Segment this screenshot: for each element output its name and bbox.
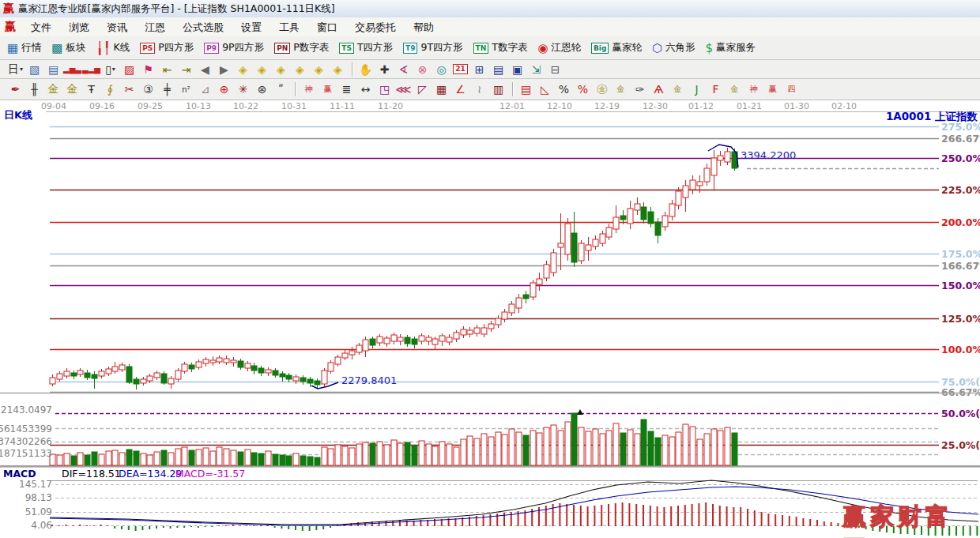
circle-3-icon[interactable]: ③	[139, 82, 157, 97]
volume-bar	[175, 449, 181, 465]
ink-brush-icon[interactable]: ✑	[631, 82, 649, 97]
prev-page-icon[interactable]: ◀	[196, 62, 214, 77]
j-angle-icon[interactable]: J	[688, 82, 706, 97]
menu-item-0[interactable]: 文件	[22, 18, 60, 36]
export-icon[interactable]: ⇲	[527, 62, 545, 77]
menu-item-2[interactable]: 资讯	[98, 18, 136, 36]
gann-wheel-button[interactable]: ◉江恩轮	[535, 40, 583, 56]
shen-grid-icon[interactable]: 神	[300, 82, 318, 97]
notes-icon[interactable]: ▤	[489, 62, 507, 77]
kline-button[interactable]: ╽╿K线	[93, 40, 132, 56]
gold-mark-icon[interactable]: 金	[669, 82, 687, 97]
formula-box-icon[interactable]: ▨	[120, 62, 138, 77]
price-grid-icon[interactable]: ╫	[25, 82, 43, 97]
gold-split-1-icon[interactable]: 金	[44, 82, 62, 97]
region-zoom-icon[interactable]: ▧	[25, 62, 43, 77]
info-panel-icon[interactable]: ▤	[44, 62, 62, 77]
f-tool-icon[interactable]: Ŧ	[82, 82, 100, 97]
expand-left-icon[interactable]: ◈	[234, 62, 252, 77]
print-icon[interactable]: ⊟	[546, 62, 564, 77]
macd-panel-title: MACD	[3, 468, 36, 480]
calculator-icon[interactable]: ⊞	[470, 62, 488, 77]
title-bar[interactable]: 赢 赢家江恩专业版[赢家内部服务平台] - [上证指数 SH1A0001-111…	[0, 0, 980, 18]
knife-icon[interactable]: ✂	[120, 82, 138, 97]
bars-3-icon[interactable]: ▂▅▃	[63, 62, 81, 77]
t-square-button[interactable]: TST四方形	[337, 40, 395, 56]
quotes-button[interactable]: ▦行情	[5, 40, 43, 56]
9t-square-button[interactable]: T99T四方形	[401, 40, 466, 56]
angle-measure-icon[interactable]: ∢	[394, 62, 413, 77]
sectors-button[interactable]: ▩板块	[49, 40, 88, 56]
pen-tool-icon[interactable]: ✒	[6, 82, 24, 97]
percent-triangle-icon[interactable]: ◺	[536, 82, 554, 97]
percent-icon[interactable]: %	[555, 82, 573, 97]
candle-body	[551, 253, 556, 273]
magnet-tool-icon[interactable]: ⊗	[413, 62, 432, 77]
p-square-button[interactable]: PSP四方形	[138, 40, 196, 56]
period-selector-icon[interactable]: 日▾	[6, 62, 24, 77]
compass-icon[interactable]: ⊕	[215, 82, 233, 97]
first-page-icon[interactable]: ⇤	[158, 62, 176, 77]
volume-bar	[419, 441, 424, 465]
f-angle-icon[interactable]: F	[707, 82, 725, 97]
9p-square-button[interactable]: P99P四方形	[202, 40, 266, 56]
target-icon[interactable]: ✳	[234, 82, 252, 97]
ying-angle-icon[interactable]: 赢	[763, 82, 782, 97]
menu-item-1[interactable]: 浏览	[60, 18, 98, 36]
angle-line-icon[interactable]: ∠	[451, 82, 469, 97]
red-grid-icon[interactable]: ▥	[489, 82, 507, 97]
gold-angle-icon[interactable]: 金	[726, 82, 744, 97]
menu-item-7[interactable]: 窗口	[308, 18, 346, 36]
width-measure-icon[interactable]: ↔	[356, 82, 375, 97]
save-icon[interactable]: ▣	[508, 62, 526, 77]
n-squared-icon[interactable]: n²	[177, 82, 195, 97]
compress-vertical-icon[interactable]: ◈	[310, 62, 328, 77]
percent-line-icon[interactable]: %	[574, 82, 592, 97]
gold-circle-icon[interactable]: ㊎	[593, 82, 611, 97]
menu-item-8[interactable]: 交易委托	[346, 18, 405, 36]
expand-all-icon[interactable]: ◈	[329, 62, 347, 77]
wave-line-icon[interactable]: ≀	[470, 82, 488, 97]
ruler-123-icon[interactable]: ≣	[337, 82, 356, 97]
hexagon-button[interactable]: ⬡六角形	[650, 40, 698, 56]
color-flag-icon[interactable]: ⚑	[139, 62, 157, 77]
winner-service-button[interactable]: $赢家服务	[703, 40, 758, 56]
drag-hand-icon[interactable]: ✋	[356, 62, 375, 77]
menu-item-6[interactable]: 工具	[270, 18, 308, 36]
wave-a-icon[interactable]: Ѧ	[650, 82, 668, 97]
box-x-icon[interactable]: ▦	[432, 82, 450, 97]
last-page-icon[interactable]: ⇥	[177, 62, 195, 77]
menu-item-9[interactable]: 帮助	[405, 18, 443, 36]
compress-horizontal-icon[interactable]: ◈	[291, 62, 309, 77]
expand-horizontal-icon[interactable]: ◈	[272, 62, 290, 77]
shen-angle-icon[interactable]: 神	[744, 82, 763, 97]
menu-item-5[interactable]: 设置	[232, 18, 270, 36]
expand-right-icon[interactable]: ◈	[253, 62, 271, 77]
t-digit-table-button[interactable]: TNT数字表	[471, 40, 530, 56]
next-page-icon[interactable]: ▶	[215, 62, 233, 77]
box-diagonal-icon[interactable]: ◸	[413, 82, 432, 97]
gann-grid-icon[interactable]: ⊛	[253, 82, 271, 97]
menu-item-3[interactable]: 江恩	[136, 18, 174, 36]
measure-list-icon[interactable]: ▤	[517, 82, 535, 97]
menu-bar: 赢 文件浏览资讯江恩公式选股设置工具窗口交易委托帮助	[0, 17, 980, 37]
bars-9-icon[interactable]: ▃▂▅	[82, 62, 100, 77]
grid-lines-icon[interactable]: ╪	[158, 82, 176, 97]
candle-style-icon[interactable]: ▯▾	[101, 62, 119, 77]
candle-body	[119, 365, 125, 370]
spiral-icon[interactable]: ∮	[101, 82, 119, 97]
p-digit-table-button[interactable]: PNP数字表	[272, 40, 331, 56]
calendar-icon[interactable]: 21	[451, 62, 469, 77]
angle-mark-icon[interactable]: ⊿	[196, 82, 214, 97]
crosshair-icon[interactable]: ✚	[375, 62, 394, 77]
winner-wheel-button[interactable]: Big赢家轮	[589, 40, 644, 56]
four-angle-icon[interactable]: 四	[782, 82, 801, 97]
gann-web-icon[interactable]: ◎	[432, 62, 450, 77]
menu-item-4[interactable]: 公式选股	[174, 18, 232, 36]
quote-marks-icon[interactable]: ʺ	[272, 82, 290, 97]
ying-grid-icon[interactable]: 赢	[318, 82, 337, 97]
box-corner-icon[interactable]: ◳	[375, 82, 394, 97]
gold-split-2-icon[interactable]: 金	[63, 82, 81, 97]
gold-underline-icon[interactable]: 金	[612, 82, 630, 97]
fan-lines-icon[interactable]: ⋘	[394, 82, 413, 97]
